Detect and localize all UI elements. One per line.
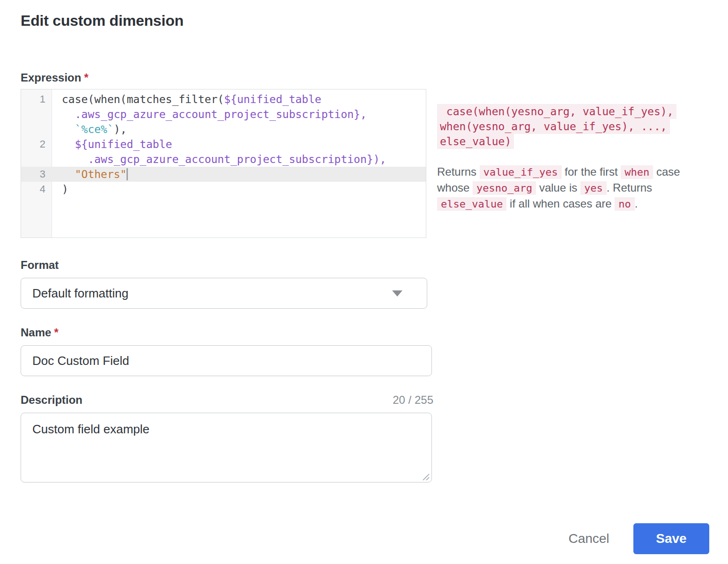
function-signature: case(when(yesno_arg, value_if_yes), when… [437,104,684,149]
name-label: Name* [21,326,59,339]
text-cursor [126,168,128,180]
code-line-1[interactable]: 1 case(when(matches_filter(${unified_tab… [21,92,426,107]
signature-line: when(yesno_arg, value_if_yes), ..., [437,119,670,134]
code-text: `%ce%`), [52,122,426,137]
signature-line: else_value) [437,134,514,149]
line-number: 1 [21,92,52,107]
code-chip: value_if_yes [480,165,562,179]
expression-label-text: Expression [21,71,81,84]
format-select[interactable]: Default formatting [21,278,427,309]
page-title: Edit custom dimension [21,12,184,30]
code-line-4[interactable]: 4 ) [21,182,426,197]
code-chip: yesno_arg [473,181,536,195]
format-select-value: Default formatting [32,286,392,301]
expression-label: Expression* [21,71,89,84]
code-line-1-wrap-1[interactable]: .aws_gcp_azure_account_project_subscript… [21,107,426,122]
code-text: "Others" [52,167,426,182]
name-label-text: Name [21,326,51,339]
editor-rows: 1 case(when(matches_filter(${unified_tab… [21,92,426,197]
cancel-button[interactable]: Cancel [552,527,626,551]
character-counter: 20 / 255 [393,393,433,407]
code-line-2[interactable]: 2 ${unified_table [21,137,426,152]
code-line-3-active[interactable]: 3 "Others" [21,167,426,182]
line-number [21,107,52,122]
code-text: .aws_gcp_azure_account_project_subscript… [52,107,426,122]
description-label: Description [21,393,82,407]
expression-code-editor[interactable]: 1 case(when(matches_filter(${unified_tab… [21,89,426,238]
description-textarea[interactable]: Custom field example [21,413,432,482]
save-button[interactable]: Save [633,523,709,554]
line-number: 3 [21,167,52,182]
code-text: .aws_gcp_azure_account_project_subscript… [52,152,426,167]
function-description: Returns value_if_yes for the first when … [437,164,684,212]
code-line-1-wrap-2[interactable]: `%ce%`), [21,122,426,137]
function-help-panel: case(when(yesno_arg, value_if_yes), when… [437,104,684,212]
code-text: ) [52,182,426,197]
code-text: case(when(matches_filter(${unified_table [52,92,426,107]
code-line-2-wrap-1[interactable]: .aws_gcp_azure_account_project_subscript… [21,152,426,167]
line-number [21,152,52,167]
description-header: Description 20 / 255 [21,393,433,407]
line-number: 4 [21,182,52,197]
chevron-down-icon [392,290,402,297]
code-chip: else_value [437,197,506,211]
name-input[interactable] [21,345,432,376]
signature-line: case(when(yesno_arg, value_if_yes), [437,104,676,119]
code-chip: no [615,197,635,211]
line-number: 2 [21,137,52,152]
line-number [21,122,52,137]
code-chip: yes [580,181,607,195]
code-chip: when [621,165,653,179]
required-asterisk: * [84,71,88,84]
format-label: Format [21,259,59,272]
edit-custom-dimension-dialog: Edit custom dimension Expression* 1 case… [0,0,728,564]
code-text: ${unified_table [52,137,426,152]
required-asterisk: * [54,326,58,339]
